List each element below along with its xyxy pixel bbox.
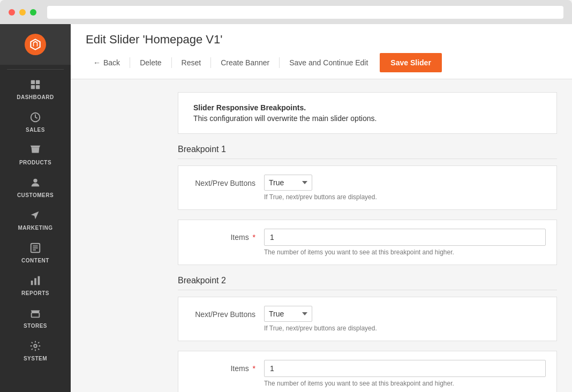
delete-button[interactable]: Delete (132, 54, 169, 71)
dashboard-label: DASHBOARD (17, 94, 54, 100)
items-input-bp1[interactable] (264, 229, 546, 246)
svg-rect-13 (32, 313, 40, 317)
toolbar-separator-4 (279, 57, 280, 68)
save-slider-button[interactable]: Save Slider (380, 53, 442, 72)
toolbar-separator-1 (130, 57, 130, 68)
svg-point-14 (34, 344, 37, 348)
items-note-bp1: The number of items you want to see at t… (264, 248, 546, 256)
nextprev-select-wrap-bp2: True False (264, 306, 546, 322)
app-wrapper: DASHBOARD SALES PRODUCTS CUSTOMERS (0, 24, 572, 392)
marketing-icon (28, 208, 43, 223)
nextprev-select-bp1[interactable]: True False (264, 175, 312, 191)
toolbar-separator-3 (210, 57, 211, 68)
svg-rect-3 (36, 85, 40, 89)
reports-label: REPORTS (21, 290, 49, 296)
breakpoint1-label: Breakpoint 1 (178, 145, 557, 159)
sidebar-divider-top (7, 69, 64, 70)
toolbar-row: ← Back Delete Reset Create Banner Save a… (86, 47, 557, 79)
main-content: Edit Slider 'Homepage V1' ← Back Delete … (71, 24, 572, 392)
browser-dot-red[interactable] (9, 9, 15, 16)
browser-dot-green[interactable] (30, 9, 36, 16)
sidebar-item-reports[interactable]: REPORTS (0, 268, 71, 300)
nextprev-note-bp1: If True, next/prev buttons are displayed… (264, 193, 546, 201)
items-required-star-bp1: * (253, 233, 255, 242)
magento-logo-icon (25, 34, 46, 55)
reset-label: Reset (182, 58, 201, 67)
svg-point-5 (33, 179, 37, 183)
form-row-nextprev-bp2: Next/Prev Buttons True False If True, ne… (178, 297, 557, 341)
system-label: SYSTEM (24, 356, 47, 361)
svg-rect-12 (38, 276, 40, 285)
nextprev-select-bp2[interactable]: True False (264, 306, 312, 322)
items-label-wrap-bp1: Items * (189, 229, 264, 242)
items-input-bp2[interactable] (264, 360, 546, 377)
save-continue-label: Save and Continue Edit (289, 58, 368, 67)
form-row-nextprev-bp1: Next/Prev Buttons True False If True, ne… (178, 165, 557, 210)
svg-rect-2 (31, 85, 35, 89)
nextprev-field-bp2: True False If True, next/prev buttons ar… (264, 306, 546, 332)
sidebar-item-customers[interactable]: CUSTOMERS (0, 170, 71, 202)
page-title-row: Edit Slider 'Homepage V1' (86, 24, 557, 47)
sidebar-item-stores[interactable]: STORES (0, 300, 71, 333)
back-arrow-icon: ← (93, 58, 101, 67)
create-banner-button[interactable]: Create Banner (213, 54, 277, 71)
items-field-bp2: The number of items you want to see at t… (264, 360, 546, 387)
nextprev-label-bp1: Next/Prev Buttons (195, 179, 255, 187)
products-icon (28, 142, 43, 157)
system-icon (28, 338, 43, 353)
customers-icon (28, 175, 43, 190)
sidebar-logo (0, 24, 71, 65)
products-label: PRODUCTS (19, 160, 51, 165)
items-label-bp2: Items (230, 364, 249, 373)
info-line2: This configuration will overwrite the ma… (193, 114, 541, 123)
reports-icon (28, 273, 43, 288)
nextprev-label-wrap-bp2: Next/Prev Buttons (189, 306, 264, 319)
sidebar-item-content[interactable]: CONTENT (0, 235, 71, 268)
back-label: Back (103, 58, 120, 67)
nextprev-select-wrap-bp1: True False (264, 175, 546, 191)
marketing-label: MARKETING (18, 225, 52, 231)
toolbar-separator-2 (171, 57, 172, 68)
sidebar-item-system[interactable]: SYSTEM (0, 333, 71, 366)
save-slider-label: Save Slider (390, 58, 431, 67)
sidebar-item-sales[interactable]: SALES (0, 104, 71, 137)
sidebar-item-dashboard[interactable]: DASHBOARD (0, 72, 71, 104)
save-continue-button[interactable]: Save and Continue Edit (282, 54, 375, 71)
form-row-items-bp2: Items * The number of items you want to … (178, 351, 557, 392)
stores-label: STORES (24, 323, 47, 329)
browser-dot-yellow[interactable] (19, 9, 26, 16)
page-header: Edit Slider 'Homepage V1' ← Back Delete … (71, 24, 572, 79)
items-label-wrap-bp2: Items * (189, 360, 264, 373)
back-button[interactable]: ← Back (86, 54, 127, 71)
customers-label: CUSTOMERS (17, 192, 54, 198)
info-block: Slider Responsive Breakpoints. This conf… (178, 92, 557, 134)
sidebar: DASHBOARD SALES PRODUCTS CUSTOMERS (0, 24, 71, 392)
dashboard-icon (28, 77, 43, 92)
sales-label: SALES (26, 127, 45, 133)
browser-chrome (0, 0, 572, 24)
svg-rect-1 (36, 80, 40, 84)
breakpoint2-label: Breakpoint 2 (178, 276, 557, 290)
create-banner-label: Create Banner (221, 58, 269, 67)
nextprev-note-bp2: If True, next/prev buttons are displayed… (264, 325, 546, 332)
items-label-bp1: Items (230, 233, 249, 242)
items-note-bp2: The number of items you want to see at t… (264, 380, 546, 387)
page-title: Edit Slider 'Homepage V1' (86, 33, 222, 47)
items-required-star-bp2: * (253, 364, 255, 373)
form-scroll-area: Slider Responsive Breakpoints. This conf… (71, 79, 572, 392)
svg-rect-10 (31, 281, 33, 285)
delete-label: Delete (140, 58, 161, 67)
stores-icon (28, 306, 43, 321)
content-label: CONTENT (21, 258, 49, 263)
reset-button[interactable]: Reset (174, 54, 209, 71)
sidebar-item-marketing[interactable]: MARKETING (0, 202, 71, 235)
svg-rect-0 (31, 80, 35, 84)
svg-rect-11 (34, 278, 36, 285)
nextprev-field-bp1: True False If True, next/prev buttons ar… (264, 175, 546, 201)
nextprev-label-wrap-bp1: Next/Prev Buttons (189, 175, 264, 187)
form-row-items-bp1: Items * The number of items you want to … (178, 220, 557, 265)
items-field-bp1: The number of items you want to see at t… (264, 229, 546, 256)
sidebar-item-products[interactable]: PRODUCTS (0, 137, 71, 170)
content-icon (28, 240, 43, 255)
browser-address-bar[interactable] (47, 6, 563, 19)
